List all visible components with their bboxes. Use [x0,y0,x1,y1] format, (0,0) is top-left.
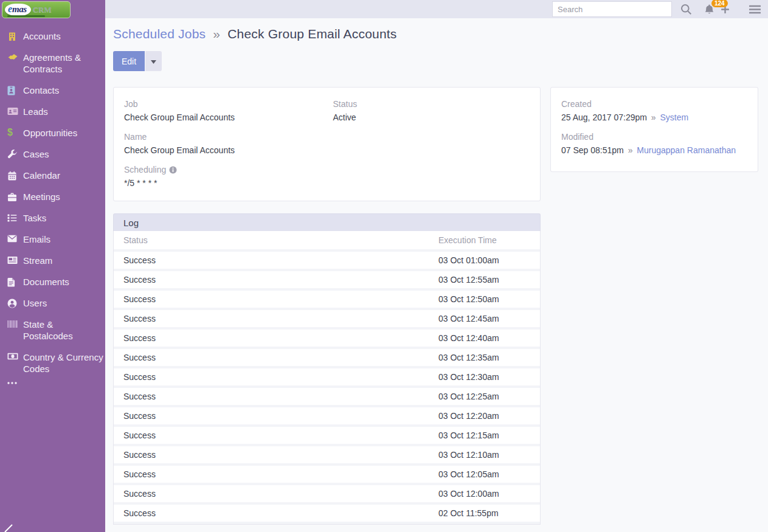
log-row-status: Success [114,353,438,362]
logo-tagline [7,15,45,17]
sidebar-item-opportunities[interactable]: $Opportunities [0,122,105,143]
field-job-label: Job [124,98,321,109]
log-row-status: Success [114,392,438,401]
log-row-execution-time: 03 Oct 12:05am [438,469,540,479]
briefcase-icon [7,191,23,202]
tasks-icon [7,212,23,224]
log-col-status: Status [114,235,438,245]
log-row: Success03 Oct 12:45am [114,310,540,330]
main-content: Scheduled Jobs » Check Group Email Accou… [105,18,768,532]
sidebar-item-tasks[interactable]: Tasks [0,207,105,229]
created-block: Created 25 Aug, 2017 07:29pm » System [561,98,747,124]
sidebar-item-agreements-contracts[interactable]: Agreements & Contracts [0,47,105,80]
sidebar-item-label: Documents [23,276,104,288]
notifications: 124 [704,4,739,15]
log-row-status: Success [114,255,438,265]
sidebar-item-label: Accounts [23,30,104,42]
log-row: Success03 Oct 12:35am [114,349,540,368]
modified-value: 07 Sep 08:51pm [561,145,624,155]
sidebar-item-meetings[interactable]: Meetings [0,186,105,207]
log-row: Success03 Oct 12:25am [114,388,540,407]
field-name: Name Check Group Email Accounts [124,131,321,157]
field-empty [333,131,530,157]
logo-box: emas CRM [2,1,71,18]
modified-by-link[interactable]: Murugappan Ramanathan [637,145,736,155]
sidebar-item-cases[interactable]: Cases [0,143,105,165]
sidebar-item-emails[interactable]: Emails [0,229,105,250]
meta-panel: Created 25 Aug, 2017 07:29pm » System Mo… [550,87,758,172]
log-row-status: Success [114,508,438,518]
sidebar-item-label: Leads [23,106,104,117]
notification-badge[interactable]: 124 [711,0,728,7]
search-input[interactable] [552,1,672,17]
log-panel: Log Status Execution Time Success03 Oct … [113,213,541,525]
log-row-execution-time: 03 Oct 01:00am [438,255,540,265]
search-icon[interactable] [680,4,692,15]
id-badge-icon [7,85,23,96]
sidebar-item-calendar[interactable]: Calendar [0,165,105,186]
sidebar-item-label: Stream [23,255,104,266]
money-bill-icon [7,351,23,375]
breadcrumb-parent-link[interactable]: Scheduled Jobs [113,27,206,41]
field-job-value: Check Group Email Accounts [124,111,321,124]
modified-block: Modified 07 Sep 08:51pm » Murugappan Ram… [561,131,747,157]
created-separator: » [651,112,656,122]
field-job: Job Check Group Email Accounts [124,98,321,124]
log-row-execution-time: 03 Oct 12:00am [438,489,540,499]
info-icon[interactable] [169,166,177,174]
log-row-status: Success [114,469,438,479]
building-icon [7,30,23,42]
sidebar-item-documents[interactable]: Documents [0,271,105,292]
created-by-link[interactable]: System [660,112,688,122]
logo-oval: emas [5,4,31,16]
log-table-header: Status Execution Time [114,231,540,252]
breadcrumb: Scheduled Jobs » Check Group Email Accou… [113,27,758,41]
log-row: Success03 Oct 12:50am [114,291,540,310]
field-name-label: Name [124,131,321,142]
sidebar-item-contacts[interactable]: Contacts [0,80,105,101]
log-row-status: Success [114,314,438,323]
log-row-status: Success [114,294,438,304]
log-row: Success03 Oct 12:40am [114,330,540,349]
field-name-value: Check Group Email Accounts [124,144,321,157]
logo-suffix: CRM [33,5,52,15]
sidebar-item-stream[interactable]: Stream [0,250,105,271]
id-card-icon [7,106,23,117]
modified-label: Modified [561,131,747,142]
collapse-chevron-icon[interactable] [4,524,13,532]
sidebar-item-more[interactable] [0,379,105,390]
log-row-execution-time: 03 Oct 12:50am [438,294,540,304]
handshake-icon [7,52,23,75]
sidebar-item-accounts[interactable]: Accounts [0,26,105,47]
detail-panel: Job Check Group Email Accounts Status Ac… [113,87,541,201]
sidebar-item-country-currency-codes[interactable]: Country & Currency Codes [0,347,105,379]
edit-dropdown-toggle[interactable] [145,51,162,71]
app-logo[interactable]: emas CRM [0,0,105,18]
log-row-status: Success [114,489,438,499]
sidebar-item-leads[interactable]: Leads [0,101,105,122]
log-row-execution-time: 03 Oct 12:30am [438,372,540,382]
field-status-value: Active [333,111,530,124]
log-row: Success03 Oct 12:10am [114,446,540,466]
sidebar-item-label: Agreements & Contracts [23,52,104,75]
sidebar-item-label: Contacts [23,85,104,96]
log-row: Success03 Oct 01:00am [114,252,540,271]
log-row: Success03 Oct 12:20am [114,407,540,427]
field-status-label: Status [333,98,530,109]
log-row-execution-time: 03 Oct 12:35am [438,353,540,362]
sidebar-item-users[interactable]: Users [0,292,105,314]
envelope-icon [7,233,23,245]
sidebar-item-state-postalcodes[interactable]: State & Postalcodes [0,314,105,347]
log-row: Success03 Oct 12:15am [114,427,540,446]
logo-text-e: e [8,4,12,15]
wrench-icon [7,148,23,160]
sidebar-item-label: Opportunities [23,127,104,139]
menu-icon[interactable] [749,5,761,14]
newspaper-icon [7,255,23,266]
sidebar-item-label: Users [23,297,104,309]
log-row-status: Success [114,275,438,285]
field-scheduling-value: */5 * * * * [124,177,321,190]
sidebar: emas CRM AccountsAgreements & ContractsC… [0,0,105,532]
log-panel-title: Log [113,213,541,231]
edit-button[interactable]: Edit [113,51,145,71]
